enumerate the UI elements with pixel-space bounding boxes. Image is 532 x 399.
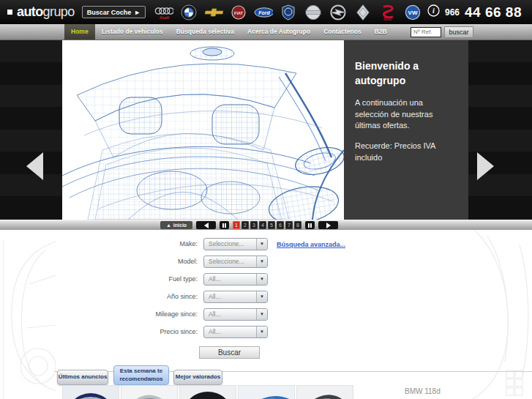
dropdown-arrow-icon: ▼ <box>256 291 267 302</box>
carousel-page-3[interactable]: 3 <box>250 221 258 229</box>
fuel-type-select[interactable]: All... ▼ <box>203 273 268 286</box>
brand-chevrolet-icon[interactable] <box>204 3 223 22</box>
autogrupo-logo[interactable]: autogrupo <box>7 4 75 20</box>
nav-item-b2b[interactable]: B2B <box>368 24 394 40</box>
brand-audi-icon[interactable]: Audi <box>154 3 173 22</box>
form-row-fuel: Fuel type: All... ▼ <box>110 272 285 286</box>
carousel-prev-button[interactable] <box>196 221 216 229</box>
prev-icon <box>204 223 209 228</box>
carousel-page-5[interactable]: 5 <box>268 221 275 229</box>
carousel-page-7[interactable]: 7 <box>285 221 293 229</box>
brand-opel-icon[interactable] <box>329 3 348 22</box>
carousel-page-4[interactable]: 4 <box>259 221 266 229</box>
form-buscar-button[interactable]: Buscar <box>199 346 260 359</box>
logo-text-bold: auto <box>17 4 43 20</box>
hero-slider: Bienvenido a autogrupo A continuación un… <box>0 40 532 220</box>
listing-thumbnail-3[interactable] <box>179 385 236 399</box>
carousel-page-1[interactable]: 1 <box>233 221 240 229</box>
dropdown-arrow-icon: ▼ <box>256 256 267 267</box>
brand-fiat-icon[interactable]: FIAT <box>229 3 248 22</box>
page: autogrupo Buscar Coche ► Audi FIAT Ford <box>0 0 532 399</box>
carousel-pause-button-right[interactable] <box>305 221 315 229</box>
tab-ultimos-anuncios[interactable]: Últimos anuncios <box>57 370 108 385</box>
carousel-pause-button-left[interactable] <box>220 221 229 229</box>
tab-esta-semana[interactable]: Esta semana te recomendamos <box>113 365 169 385</box>
inicio-label: inicio <box>173 223 187 228</box>
buscar-coche-button[interactable]: Buscar Coche ► <box>82 6 146 18</box>
form-row-mileage: Mileage since: All... ▼ <box>110 307 285 321</box>
nav-buscar-button[interactable]: buscar <box>444 26 473 38</box>
phone-number: 44 66 88 <box>465 4 522 20</box>
listing-thumbnail-2[interactable] <box>121 385 178 399</box>
svg-text:SEAT: SEAT <box>383 17 392 20</box>
brand-ford-icon[interactable]: Ford <box>254 3 273 22</box>
nav-item-contactenos[interactable]: Contáctenos <box>317 24 367 40</box>
nav-item-busqueda-selectiva[interactable]: Búsqueda selectiva <box>170 24 241 40</box>
info-icon[interactable]: i <box>427 4 440 20</box>
brand-lancia-icon[interactable] <box>279 3 298 22</box>
nav-item-acerca[interactable]: Acerca de Autogrupo <box>241 24 317 40</box>
slider-next-arrow[interactable] <box>477 152 494 180</box>
svg-text:i: i <box>432 7 435 15</box>
car-sketch-watermark-right <box>468 230 532 399</box>
form-row-year: Año since: All... ▼ <box>110 290 285 303</box>
dropdown-arrow-icon: ▼ <box>256 239 267 250</box>
brand-seat-icon[interactable]: SEAT <box>378 3 397 22</box>
hero-paragraph-1: A continuación una selección de nuestras… <box>355 97 457 131</box>
next-icon <box>326 223 331 228</box>
car-photo-graphic <box>180 386 236 399</box>
form-row-price: Precio since: All... ▼ <box>110 325 285 338</box>
up-triangle-icon: ▲ <box>166 223 171 228</box>
pause-icon <box>308 223 312 228</box>
svg-text:Audi: Audi <box>159 15 170 20</box>
dropdown-arrow-icon: ▼ <box>256 327 267 338</box>
make-select-value: Seleccione... <box>209 240 244 247</box>
car-photo-graphic <box>297 386 353 399</box>
make-label: Make: <box>110 240 203 247</box>
nav-item-home[interactable]: Home <box>64 24 95 40</box>
year-since-select-value: All... <box>209 293 221 300</box>
top-header: autogrupo Buscar Coche ► Audi FIAT Ford <box>0 0 532 24</box>
carousel-page-numbers: 1 2 3 4 5 6 7 8 <box>233 221 301 229</box>
car-photo-graphic <box>239 386 294 399</box>
buscar-coche-label: Buscar Coche <box>87 9 132 16</box>
price-since-label: Precio since: <box>110 328 203 335</box>
mileage-since-select[interactable]: All... ▼ <box>203 308 268 321</box>
carousel-control-bar: ▲ inicio 1 2 3 4 5 6 7 8 <box>0 220 532 230</box>
carousel-page-2[interactable]: 2 <box>241 221 249 229</box>
price-since-select-value: All... <box>209 328 221 335</box>
brand-volkswagen-icon[interactable]: VW <box>403 3 422 22</box>
dropdown-arrow-icon: ▼ <box>256 274 267 285</box>
right-pointer-icon: ► <box>134 9 141 16</box>
carousel-next-button[interactable] <box>318 221 338 229</box>
year-since-select[interactable]: All... ▼ <box>203 291 268 303</box>
brand-bmw-icon[interactable] <box>179 3 198 22</box>
brand-renault-icon[interactable] <box>353 3 372 22</box>
form-row-make: Make: Seleccione... ▼ <box>110 237 285 250</box>
listing-thumbnail-5[interactable] <box>296 385 353 399</box>
model-select[interactable]: Seleccione... ▼ <box>203 256 268 268</box>
listing-thumbnail-4[interactable] <box>238 385 295 399</box>
nav-ref-search: buscar <box>411 26 473 38</box>
price-since-select[interactable]: All... ▼ <box>203 326 268 338</box>
slider-prev-arrow[interactable] <box>26 152 43 180</box>
tab-mejor-valorados[interactable]: Mejor valorados <box>173 370 222 385</box>
nav-item-listado[interactable]: Listado de vehiculos <box>95 24 170 40</box>
phone-prefix: 966 <box>445 7 460 18</box>
hero-text-panel: Bienvenido a autogrupo A continuación un… <box>344 40 468 220</box>
brand-nissan-icon[interactable] <box>304 3 323 22</box>
hero-slide-image <box>62 40 344 220</box>
dropdown-arrow-icon: ▼ <box>256 309 267 320</box>
make-select[interactable]: Seleccione... ▼ <box>203 238 268 250</box>
ref-number-input[interactable] <box>411 27 441 37</box>
carousel-inicio-button[interactable]: ▲ inicio <box>160 221 192 229</box>
carousel-page-8[interactable]: 8 <box>294 221 301 229</box>
listing-thumbnail-1[interactable] <box>62 385 119 399</box>
content-area: Make: Seleccione... ▼ Búsqueda avanzada.… <box>0 230 532 399</box>
svg-text:Ford: Ford <box>258 10 270 15</box>
advanced-search-link[interactable]: Búsqueda avanzada... <box>277 241 345 248</box>
carousel-page-6[interactable]: 6 <box>277 221 284 229</box>
logo-text-light: grupo <box>43 4 75 20</box>
brand-logo-strip: Audi FIAT Ford <box>154 3 422 22</box>
svg-text:VW: VW <box>408 10 418 16</box>
